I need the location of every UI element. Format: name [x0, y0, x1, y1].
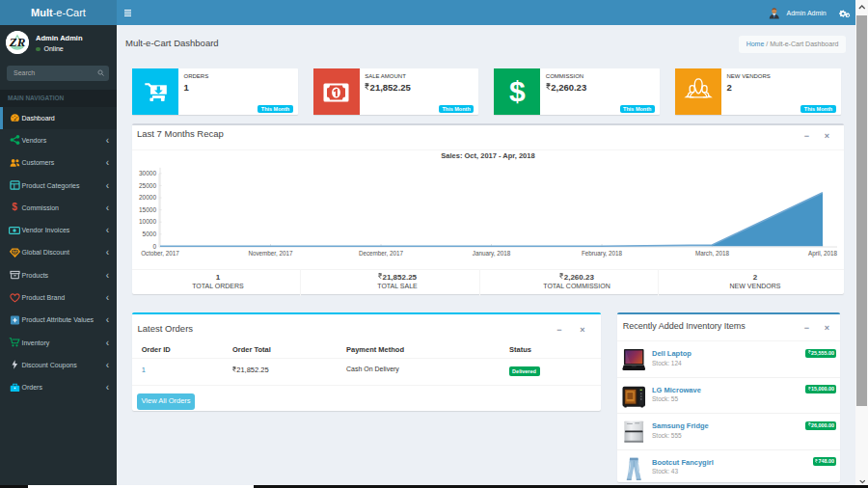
svg-text:0: 0 — [152, 242, 156, 249]
svg-text:5000: 5000 — [143, 230, 157, 237]
svg-text:October, 2017: October, 2017 — [141, 250, 179, 257]
svg-text:30000: 30000 — [139, 170, 156, 176]
svg-text:January, 2018: January, 2018 — [473, 250, 511, 258]
svg-text:ZR: ZR — [9, 35, 26, 49]
svg-text:February, 2018: February, 2018 — [582, 250, 623, 258]
svg-text:November, 2017: November, 2017 — [248, 250, 293, 257]
svg-text:March, 2018: March, 2018 — [695, 250, 729, 257]
svg-text:10000: 10000 — [139, 218, 156, 225]
svg-text:December, 2017: December, 2017 — [359, 250, 404, 257]
svg-text:15000: 15000 — [139, 205, 156, 212]
svg-text:April, 2018: April, 2018 — [808, 250, 838, 258]
svg-text:25000: 25000 — [139, 181, 156, 188]
svg-text:20000: 20000 — [139, 194, 156, 201]
